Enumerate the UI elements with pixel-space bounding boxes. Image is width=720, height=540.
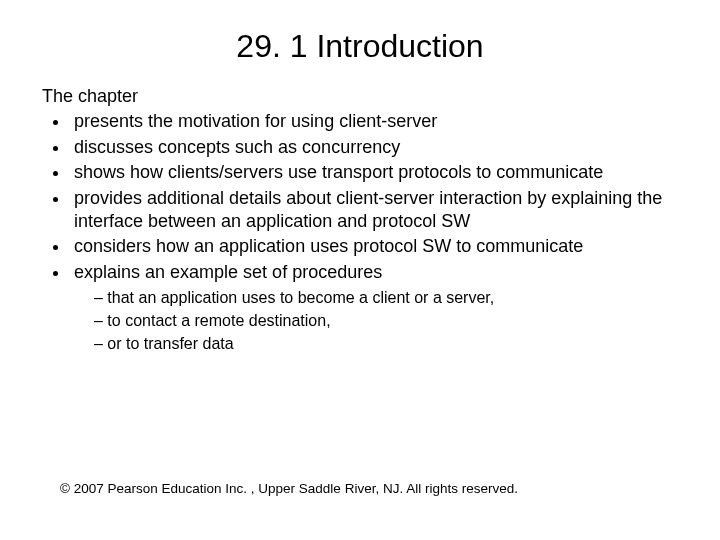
sub-bullet-list: that an application uses to become a cli… [74,288,690,354]
slide-body: The chapter presents the motivation for … [0,85,720,355]
sub-list-item: to contact a remote destination, [94,311,690,332]
sub-list-item: that an application uses to become a cli… [94,288,690,309]
list-item: discusses concepts such as concurrency [70,136,690,159]
bullet-list: presents the motivation for using client… [42,110,690,354]
list-item: provides additional details about client… [70,187,690,234]
sub-list-item: or to transfer data [94,334,690,355]
slide-title: 29. 1 Introduction [0,0,720,85]
list-item: presents the motivation for using client… [70,110,690,133]
list-item: explains an example set of procedures th… [70,261,690,355]
list-item: considers how an application uses protoc… [70,235,690,258]
list-item: shows how clients/servers use transport … [70,161,690,184]
copyright-footer: © 2007 Pearson Education Inc. , Upper Sa… [60,481,518,496]
list-item-text: explains an example set of procedures [74,262,382,282]
slide: 29. 1 Introduction The chapter presents … [0,0,720,540]
intro-text: The chapter [42,85,690,108]
